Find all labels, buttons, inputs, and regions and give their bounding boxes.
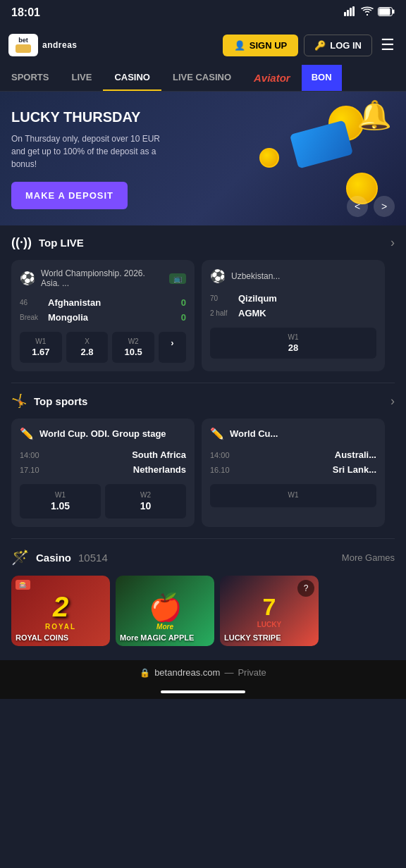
- live-event-card-2: ⚽ Uzbekistan... 70 Qizilqum 2 half AGMK …: [202, 260, 385, 371]
- team-2-status: Break: [20, 314, 48, 321]
- live-event-card-1: ⚽ World Championship. 2026. Asia. ... 📺 …: [11, 260, 195, 371]
- logo-bet-text: bet: [18, 37, 28, 44]
- status-bar: 18:01: [0, 0, 406, 25]
- event-2-header: ⚽ Uzbekistan...: [210, 268, 376, 284]
- match-4-row: 16.10 Sri Lank...: [210, 462, 376, 477]
- casino-games-scroll: 2 ROYAL 🎰 ROYAL COINS 🍎 More More MAGIC …: [0, 576, 406, 660]
- sports-2-title: World Cu...: [230, 428, 278, 439]
- login-icon: 🔑: [314, 40, 326, 51]
- banner-content: LUCKY THURSDAY On Thursday only, deposit…: [11, 108, 395, 209]
- deposit-button[interactable]: MAKE A DEPOSIT: [11, 182, 128, 209]
- banner-title: LUCKY THURSDAY: [11, 108, 395, 125]
- sport-odd-w1-2[interactable]: W1: [210, 484, 376, 507]
- match-2-team: Netherlands: [133, 464, 186, 475]
- svg-rect-2: [350, 8, 352, 16]
- sports-2-odds: W1: [210, 484, 376, 507]
- logo-shape: [16, 44, 31, 53]
- game-2-label: More MAGIC APPLE: [120, 633, 210, 642]
- event-1-header: ⚽ World Championship. 2026. Asia. ... 📺: [20, 268, 186, 288]
- casino-left: 🪄 Casino 10514: [11, 549, 108, 566]
- sports-1-icon: ✏️: [20, 427, 34, 440]
- sports-2-icon: ✏️: [210, 427, 224, 440]
- top-sports-section-header[interactable]: 🤸 Top sports ›: [0, 383, 406, 418]
- game-1-label: ROYAL COINS: [16, 633, 106, 642]
- match-4-time: 16.10: [210, 466, 240, 474]
- logo-name: andreas: [42, 40, 78, 50]
- team-4-name: AGMK: [238, 308, 376, 318]
- top-live-section-header[interactable]: ((·)) Top LIVE ›: [0, 225, 406, 260]
- login-button[interactable]: 🔑 LOG IN: [304, 35, 372, 56]
- casino-label: Casino: [36, 552, 71, 564]
- game-card-2[interactable]: 🍎 More More MAGIC APPLE: [116, 576, 214, 646]
- event-2-teams: 70 Qizilqum 2 half AGMK: [210, 291, 376, 321]
- odd-other[interactable]: ›: [159, 332, 186, 363]
- logo-icon: bet: [8, 34, 38, 56]
- home-bar: [161, 690, 245, 693]
- sport-odd-w2[interactable]: W2 10: [105, 484, 186, 519]
- odd-w1[interactable]: W1 1.67: [20, 332, 62, 363]
- nav-item-casino[interactable]: CASINO: [103, 65, 161, 91]
- team-1-status: 46: [20, 299, 48, 306]
- sports-1-teams: 14:00 South Africa 17.10 Netherlands: [20, 447, 186, 477]
- team-2-row: Break Mongolia 0: [20, 310, 186, 325]
- signup-button[interactable]: 👤 SIGN UP: [223, 35, 298, 56]
- odd-x[interactable]: X 2.8: [66, 332, 109, 363]
- odd-w2[interactable]: W2 10.5: [112, 332, 154, 363]
- match-2-time: 17.10: [20, 466, 49, 474]
- team-2-name: Mongolia: [48, 312, 181, 323]
- signup-label: SIGN UP: [250, 40, 287, 51]
- sports-1-header: ✏️ World Cup. ODI. Group stage: [20, 427, 186, 440]
- nav-item-live-casino[interactable]: LIVE CASINO: [161, 65, 242, 91]
- match-3-row: 14:00 Australi...: [210, 447, 376, 462]
- more-games-link[interactable]: More Games: [342, 552, 395, 563]
- event-1-title: World Championship. 2026. Asia. ...: [41, 268, 164, 288]
- status-icons: [344, 6, 395, 19]
- svg-rect-0: [344, 12, 346, 16]
- top-live-title: ((·)) Top LIVE: [11, 235, 84, 250]
- bottom-bar: 🔒 betandreas.com — Private: [0, 660, 406, 685]
- signal-icon: [344, 6, 357, 19]
- status-time: 18:01: [11, 6, 40, 19]
- match-1-time: 14:00: [20, 451, 49, 459]
- svg-rect-3: [352, 6, 355, 16]
- nav-item-bonus[interactable]: BON: [302, 65, 342, 91]
- event-2-odds: W1 28: [210, 328, 376, 359]
- menu-button[interactable]: ☰: [378, 33, 398, 57]
- match-4-team: Sri Lank...: [333, 464, 376, 475]
- header-buttons: 👤 SIGN UP 🔑 LOG IN ☰: [223, 33, 398, 57]
- domain-text: betandreas.com: [154, 667, 220, 678]
- casino-section-header: 🪄 Casino 10514 More Games: [0, 539, 406, 576]
- promo-banner: LUCKY THURSDAY On Thursday only, deposit…: [0, 92, 406, 225]
- sports-1-title: World Cup. ODI. Group stage: [39, 428, 166, 439]
- game-1-badge: 🎰: [16, 580, 30, 590]
- user-icon: 👤: [234, 40, 245, 51]
- top-sports-title: 🤸 Top sports: [11, 393, 87, 409]
- wifi-icon: [361, 6, 374, 19]
- game-card-1[interactable]: 2 ROYAL 🎰 ROYAL COINS: [11, 576, 110, 646]
- sport-odd-w1[interactable]: W1 1.05: [20, 484, 101, 519]
- banner-text: On Thursday only, deposit over 10 EUR an…: [11, 132, 166, 170]
- team-3-row: 70 Qizilqum: [210, 291, 376, 306]
- home-indicator: [0, 685, 406, 699]
- game-3-question[interactable]: ?: [297, 580, 314, 597]
- separator-text: —: [224, 667, 233, 678]
- team-3-name: Qizilqum: [238, 293, 376, 304]
- event-1-sport-icon: ⚽: [20, 271, 35, 286]
- live-events-scroll: ⚽ World Championship. 2026. Asia. ... 📺 …: [0, 260, 406, 383]
- nav-item-aviator[interactable]: Aviator: [242, 65, 302, 91]
- odd-w1-2[interactable]: W1 28: [210, 328, 376, 359]
- event-1-odds: W1 1.67 X 2.8 W2 10.5 ›: [20, 332, 186, 363]
- team-1-row: 46 Afghanistan 0: [20, 295, 186, 310]
- lock-icon: 🔒: [140, 668, 150, 678]
- svg-rect-1: [347, 10, 349, 16]
- match-2-row: 17.10 Netherlands: [20, 462, 186, 477]
- match-1-row: 14:00 South Africa: [20, 447, 186, 462]
- svg-rect-5: [379, 8, 390, 16]
- game-card-3[interactable]: 7 LUCKY ? LUCKY STRIPE: [220, 576, 319, 646]
- top-sports-arrow: ›: [390, 394, 395, 409]
- team-1-name: Afghanistan: [48, 297, 181, 308]
- nav-item-sports[interactable]: SPORTS: [0, 65, 60, 91]
- sports-2-header: ✏️ World Cu...: [210, 427, 376, 440]
- nav-item-live[interactable]: LIVE: [60, 65, 103, 91]
- game-3-label: LUCKY STRIPE: [224, 633, 314, 642]
